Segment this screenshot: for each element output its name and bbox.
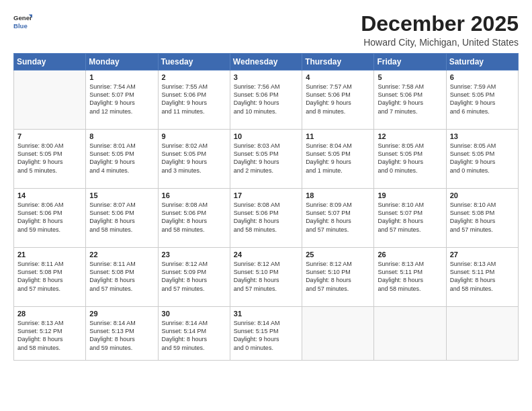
day-number: 20 [450, 191, 515, 199]
logo: General Blue [13, 12, 34, 31]
day-number: 27 [450, 250, 515, 259]
col-header-sunday: Sunday [14, 54, 86, 71]
calendar-header-row: SundayMondayTuesdayWednesdayThursdayFrid… [14, 54, 519, 71]
day-number: 24 [234, 250, 298, 259]
month-title: December 2025 [361, 12, 519, 36]
day-number: 30 [162, 310, 226, 318]
calendar-cell: 18Sunrise: 8:09 AM Sunset: 5:07 PM Dayli… [302, 189, 374, 248]
calendar-cell: 9Sunrise: 8:02 AM Sunset: 5:05 PM Daylig… [158, 130, 230, 189]
calendar-cell: 21Sunrise: 8:11 AM Sunset: 5:08 PM Dayli… [14, 248, 86, 307]
calendar-cell: 17Sunrise: 8:08 AM Sunset: 5:06 PM Dayli… [230, 189, 302, 248]
calendar-cell: 30Sunrise: 8:14 AM Sunset: 5:14 PM Dayli… [158, 307, 230, 361]
calendar-cell [374, 307, 446, 361]
day-number: 14 [17, 191, 82, 199]
day-number: 1 [89, 73, 154, 81]
calendar-cell: 25Sunrise: 8:12 AM Sunset: 5:10 PM Dayli… [302, 248, 374, 307]
calendar-cell: 24Sunrise: 8:12 AM Sunset: 5:10 PM Dayli… [230, 248, 302, 307]
calendar-cell: 5Sunrise: 7:58 AM Sunset: 5:06 PM Daylig… [374, 71, 446, 130]
calendar-cell: 1Sunrise: 7:54 AM Sunset: 5:07 PM Daylig… [86, 71, 158, 130]
cell-content: Sunrise: 7:54 AM Sunset: 5:07 PM Dayligh… [89, 83, 154, 116]
cell-content: Sunrise: 8:14 AM Sunset: 5:15 PM Dayligh… [234, 319, 298, 352]
day-number: 25 [306, 250, 370, 259]
calendar-cell: 10Sunrise: 8:03 AM Sunset: 5:05 PM Dayli… [230, 130, 302, 189]
calendar-cell: 4Sunrise: 7:57 AM Sunset: 5:06 PM Daylig… [302, 71, 374, 130]
day-number: 2 [162, 73, 226, 81]
day-number: 29 [89, 310, 154, 318]
cell-content: Sunrise: 7:58 AM Sunset: 5:06 PM Dayligh… [378, 83, 442, 116]
cell-content: Sunrise: 8:05 AM Sunset: 5:05 PM Dayligh… [450, 142, 515, 175]
calendar-cell: 2Sunrise: 7:55 AM Sunset: 5:06 PM Daylig… [158, 71, 230, 130]
day-number: 8 [89, 132, 154, 140]
cell-content: Sunrise: 8:12 AM Sunset: 5:10 PM Dayligh… [306, 260, 370, 293]
cell-content: Sunrise: 8:06 AM Sunset: 5:06 PM Dayligh… [17, 201, 82, 234]
day-number: 15 [89, 191, 154, 199]
col-header-tuesday: Tuesday [158, 54, 230, 71]
day-number: 22 [89, 250, 154, 259]
cell-content: Sunrise: 8:09 AM Sunset: 5:07 PM Dayligh… [306, 201, 370, 234]
cell-content: Sunrise: 8:11 AM Sunset: 5:08 PM Dayligh… [89, 260, 154, 293]
col-header-monday: Monday [86, 54, 158, 71]
cell-content: Sunrise: 8:11 AM Sunset: 5:08 PM Dayligh… [17, 260, 82, 293]
calendar-table: SundayMondayTuesdayWednesdayThursdayFrid… [13, 53, 519, 361]
page: General Blue December 2025 Howard City, … [0, 0, 532, 411]
day-number: 10 [234, 132, 298, 140]
cell-content: Sunrise: 8:08 AM Sunset: 5:06 PM Dayligh… [162, 201, 226, 234]
calendar-week-3: 21Sunrise: 8:11 AM Sunset: 5:08 PM Dayli… [14, 248, 519, 307]
calendar-cell: 13Sunrise: 8:05 AM Sunset: 5:05 PM Dayli… [446, 130, 518, 189]
col-header-thursday: Thursday [302, 54, 374, 71]
day-number: 3 [234, 73, 298, 81]
cell-content: Sunrise: 8:04 AM Sunset: 5:05 PM Dayligh… [306, 142, 370, 175]
day-number: 7 [17, 132, 82, 140]
day-number: 6 [450, 73, 515, 81]
col-header-friday: Friday [374, 54, 446, 71]
day-number: 4 [306, 73, 370, 81]
cell-content: Sunrise: 7:57 AM Sunset: 5:06 PM Dayligh… [306, 83, 370, 116]
calendar-cell: 26Sunrise: 8:13 AM Sunset: 5:11 PM Dayli… [374, 248, 446, 307]
calendar-cell: 28Sunrise: 8:13 AM Sunset: 5:12 PM Dayli… [14, 307, 86, 361]
logo-icon: General Blue [13, 12, 32, 31]
calendar-cell [446, 307, 518, 361]
cell-content: Sunrise: 8:02 AM Sunset: 5:05 PM Dayligh… [162, 142, 226, 175]
day-number: 23 [162, 250, 226, 259]
cell-content: Sunrise: 7:56 AM Sunset: 5:06 PM Dayligh… [234, 83, 298, 116]
day-number: 17 [234, 191, 298, 199]
cell-content: Sunrise: 8:07 AM Sunset: 5:06 PM Dayligh… [89, 201, 154, 234]
calendar-cell: 23Sunrise: 8:12 AM Sunset: 5:09 PM Dayli… [158, 248, 230, 307]
cell-content: Sunrise: 8:13 AM Sunset: 5:11 PM Dayligh… [378, 260, 442, 293]
calendar-week-1: 7Sunrise: 8:00 AM Sunset: 5:05 PM Daylig… [14, 130, 519, 189]
calendar-cell: 12Sunrise: 8:05 AM Sunset: 5:05 PM Dayli… [374, 130, 446, 189]
day-number: 18 [306, 191, 370, 199]
cell-content: Sunrise: 8:12 AM Sunset: 5:10 PM Dayligh… [234, 260, 298, 293]
day-number: 13 [450, 132, 515, 140]
day-number: 28 [17, 310, 82, 318]
col-header-saturday: Saturday [446, 54, 518, 71]
cell-content: Sunrise: 8:00 AM Sunset: 5:05 PM Dayligh… [17, 142, 82, 175]
cell-content: Sunrise: 8:14 AM Sunset: 5:14 PM Dayligh… [162, 319, 226, 352]
day-number: 12 [378, 132, 442, 140]
calendar-cell: 27Sunrise: 8:13 AM Sunset: 5:11 PM Dayli… [446, 248, 518, 307]
cell-content: Sunrise: 8:13 AM Sunset: 5:12 PM Dayligh… [17, 319, 82, 352]
day-number: 5 [378, 73, 442, 81]
header: General Blue December 2025 Howard City, … [13, 12, 519, 48]
day-number: 31 [234, 310, 298, 318]
svg-text:Blue: Blue [13, 22, 28, 30]
cell-content: Sunrise: 8:14 AM Sunset: 5:13 PM Dayligh… [89, 319, 154, 352]
title-block: December 2025 Howard City, Michigan, Uni… [361, 12, 519, 48]
calendar-cell: 3Sunrise: 7:56 AM Sunset: 5:06 PM Daylig… [230, 71, 302, 130]
calendar-cell: 6Sunrise: 7:59 AM Sunset: 5:05 PM Daylig… [446, 71, 518, 130]
cell-content: Sunrise: 8:01 AM Sunset: 5:05 PM Dayligh… [89, 142, 154, 175]
cell-content: Sunrise: 7:59 AM Sunset: 5:05 PM Dayligh… [450, 83, 515, 116]
calendar-cell [302, 307, 374, 361]
location: Howard City, Michigan, United States [361, 37, 519, 48]
cell-content: Sunrise: 7:55 AM Sunset: 5:06 PM Dayligh… [162, 83, 226, 116]
calendar-cell: 19Sunrise: 8:10 AM Sunset: 5:07 PM Dayli… [374, 189, 446, 248]
day-number: 16 [162, 191, 226, 199]
cell-content: Sunrise: 8:13 AM Sunset: 5:11 PM Dayligh… [450, 260, 515, 293]
day-number: 26 [378, 250, 442, 259]
cell-content: Sunrise: 8:10 AM Sunset: 5:07 PM Dayligh… [378, 201, 442, 234]
calendar-cell: 20Sunrise: 8:10 AM Sunset: 5:08 PM Dayli… [446, 189, 518, 248]
day-number: 19 [378, 191, 442, 199]
calendar-cell: 14Sunrise: 8:06 AM Sunset: 5:06 PM Dayli… [14, 189, 86, 248]
calendar-cell: 15Sunrise: 8:07 AM Sunset: 5:06 PM Dayli… [86, 189, 158, 248]
calendar-cell: 7Sunrise: 8:00 AM Sunset: 5:05 PM Daylig… [14, 130, 86, 189]
